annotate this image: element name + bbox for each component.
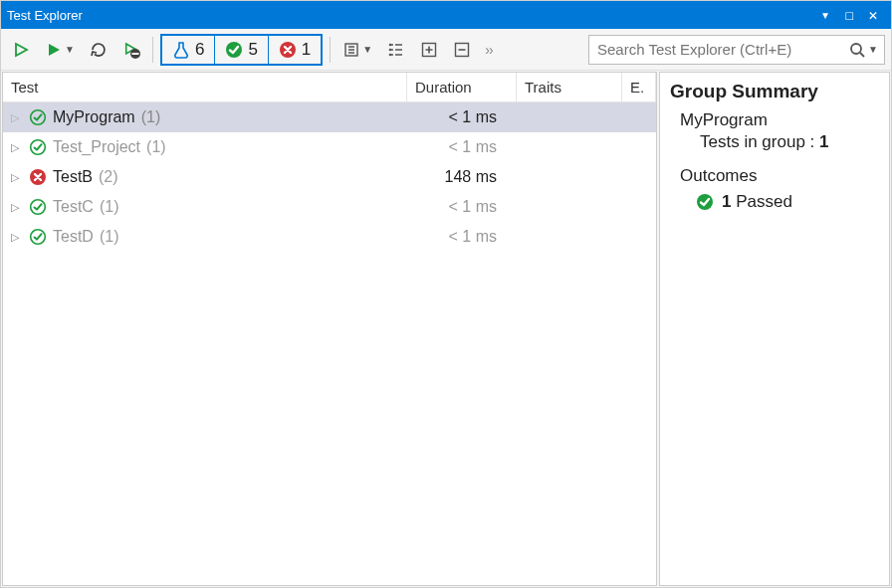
play-outline-icon xyxy=(12,41,30,59)
expand-icon xyxy=(420,41,438,59)
filter-failed-button[interactable]: 1 xyxy=(269,36,321,64)
pass-outline-icon xyxy=(29,228,47,246)
column-headers: Test Duration Traits E. xyxy=(3,73,656,102)
summary-group-name: MyProgram xyxy=(680,110,879,130)
summary-pane: Group Summary MyProgram Tests in group :… xyxy=(659,72,890,586)
chevron-down-icon[interactable]: ▼ xyxy=(868,44,878,55)
test-explorer-window: Test Explorer ▾ ☐ ✕ ▼ 6 5 xyxy=(0,0,892,588)
expander-icon[interactable]: ▷ xyxy=(11,111,23,124)
summary-outcome-count: 1 xyxy=(722,192,731,211)
test-row[interactable]: ▷MyProgram (1)< 1 ms xyxy=(3,102,656,132)
search-box[interactable]: ▼ xyxy=(588,35,885,65)
expand-all-button[interactable] xyxy=(415,36,443,64)
filter-group: 6 5 1 xyxy=(160,34,323,66)
fail-icon xyxy=(29,168,47,186)
playlist-button[interactable]: ▼ xyxy=(337,36,377,64)
test-count: (1) xyxy=(100,198,119,216)
filter-failed-count: 1 xyxy=(302,40,311,60)
summary-outcome-text: Passed xyxy=(736,192,792,211)
filter-total-button[interactable]: 6 xyxy=(162,36,215,64)
test-duration: < 1 ms xyxy=(407,228,517,246)
test-count: (1) xyxy=(141,108,161,126)
repeat-last-run-button[interactable] xyxy=(85,36,112,64)
play-icon xyxy=(45,41,63,59)
test-duration: < 1 ms xyxy=(407,108,517,126)
settings-icon xyxy=(342,41,360,59)
toolbar-overflow-button[interactable]: ›› xyxy=(481,42,496,58)
expander-icon[interactable]: ▷ xyxy=(11,201,23,214)
summary-heading: Group Summary xyxy=(670,81,879,102)
test-rows: ▷MyProgram (1)< 1 ms▷Test_Project (1)< 1… xyxy=(3,102,656,585)
filter-passed-button[interactable]: 5 xyxy=(215,36,268,64)
test-name: MyProgram xyxy=(53,108,135,126)
toolbar: ▼ 6 5 1 ▼ xyxy=(1,29,891,71)
test-row[interactable]: ▷TestC (1)< 1 ms xyxy=(3,192,656,222)
expander-icon[interactable]: ▷ xyxy=(11,141,23,154)
summary-tests-count: 1 xyxy=(819,132,828,151)
pass-outline-icon xyxy=(29,138,47,156)
main-area: Test Duration Traits E. ▷MyProgram (1)< … xyxy=(1,71,891,587)
collapse-all-button[interactable] xyxy=(448,36,476,64)
pass-outline-icon xyxy=(29,108,47,126)
test-name: TestD xyxy=(53,228,94,246)
filter-passed-count: 5 xyxy=(248,40,257,60)
repeat-icon xyxy=(90,41,108,59)
window-dropdown-button[interactable]: ▾ xyxy=(813,6,837,24)
test-row[interactable]: ▷TestB (2)148 ms xyxy=(3,162,656,192)
column-traits[interactable]: Traits xyxy=(517,73,622,101)
titlebar: Test Explorer ▾ ☐ ✕ xyxy=(1,1,891,29)
close-button[interactable]: ✕ xyxy=(861,6,885,24)
expander-icon[interactable]: ▷ xyxy=(11,171,23,184)
test-count: (1) xyxy=(146,138,166,156)
test-name: Test_Project xyxy=(53,138,140,156)
expander-icon[interactable]: ▷ xyxy=(11,231,23,244)
search-icon[interactable] xyxy=(848,41,866,59)
test-name: TestB xyxy=(53,168,93,186)
summary-tests-label: Tests in group : xyxy=(700,132,814,151)
test-list-pane: Test Duration Traits E. ▷MyProgram (1)< … xyxy=(2,72,657,586)
summary-outcome-row: 1 Passed xyxy=(696,192,879,212)
test-count: (1) xyxy=(100,228,119,246)
test-duration: < 1 ms xyxy=(407,138,517,156)
pass-icon xyxy=(225,41,243,59)
fail-icon xyxy=(279,41,297,59)
separator xyxy=(152,37,153,63)
column-test[interactable]: Test xyxy=(3,73,407,101)
pass-icon xyxy=(696,193,714,211)
pass-outline-icon xyxy=(29,198,47,216)
flask-icon xyxy=(172,41,190,59)
run-failed-button[interactable] xyxy=(117,36,145,64)
column-duration[interactable]: Duration xyxy=(407,73,517,101)
test-row[interactable]: ▷TestD (1)< 1 ms xyxy=(3,222,656,252)
summary-tests-line: Tests in group : 1 xyxy=(700,132,879,152)
chevron-down-icon: ▼ xyxy=(362,44,372,55)
summary-outcomes-heading: Outcomes xyxy=(680,166,879,186)
chevron-down-icon: ▼ xyxy=(65,44,75,55)
test-duration: 148 ms xyxy=(407,168,517,186)
filter-total-count: 6 xyxy=(195,40,204,60)
collapse-icon xyxy=(453,41,471,59)
test-row[interactable]: ▷Test_Project (1)< 1 ms xyxy=(3,132,656,162)
column-error[interactable]: E. xyxy=(622,73,656,101)
test-name: TestC xyxy=(53,198,94,216)
separator xyxy=(330,37,331,63)
maximize-button[interactable]: ☐ xyxy=(837,6,861,24)
test-count: (2) xyxy=(99,168,118,186)
window-title: Test Explorer xyxy=(7,8,813,23)
group-by-button[interactable] xyxy=(382,36,410,64)
run-all-button[interactable] xyxy=(7,36,35,64)
search-input[interactable] xyxy=(595,40,848,59)
run-button[interactable]: ▼ xyxy=(40,36,80,64)
tree-icon xyxy=(387,41,405,59)
play-blocked-icon xyxy=(122,41,140,59)
test-duration: < 1 ms xyxy=(407,198,517,216)
